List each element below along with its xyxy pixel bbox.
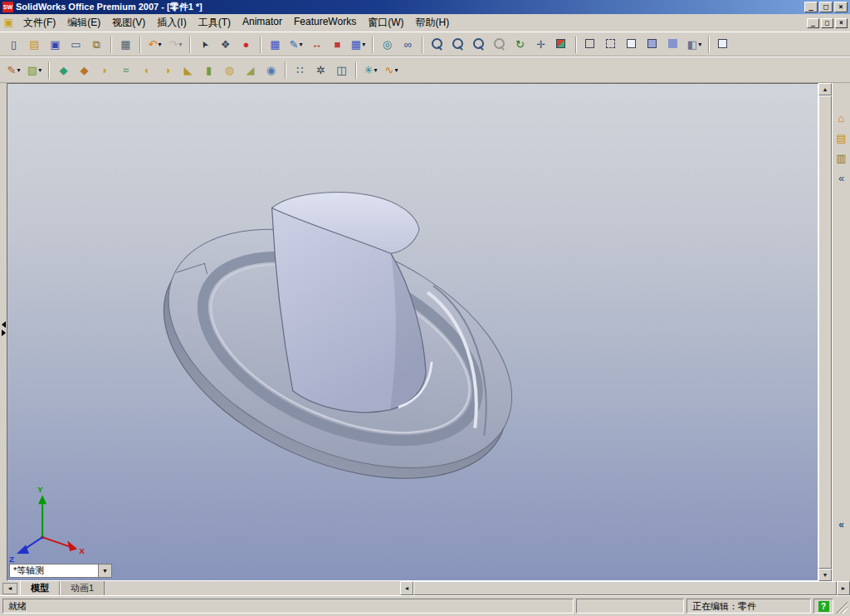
separator[interactable] xyxy=(372,37,374,53)
menu-animator[interactable]: Animator xyxy=(237,14,288,32)
mdi-restore-button[interactable]: □ xyxy=(821,18,833,28)
minimize-button[interactable]: _ xyxy=(804,2,818,12)
menu-help[interactable]: 帮助(H) xyxy=(409,14,455,32)
vertical-scrollbar[interactable]: ▲ ▼ xyxy=(818,83,832,581)
curves-icon[interactable]: ∿ ▾ xyxy=(382,61,401,79)
menu-file[interactable]: 文件(F) xyxy=(17,14,61,32)
tab-model[interactable]: 模型 xyxy=(20,581,60,595)
draft-icon[interactable]: ◢ xyxy=(241,61,260,79)
extruded-boss-base-icon[interactable]: ◆ xyxy=(54,61,73,79)
extruded-cut-icon[interactable]: ◆ xyxy=(75,61,94,79)
rib-icon[interactable]: ▮ xyxy=(199,61,218,79)
sketch-grid-icon[interactable]: ▦ xyxy=(266,36,285,53)
revolved-boss-base-icon[interactable]: ◗ xyxy=(95,61,115,79)
standard-views-icon[interactable]: ▾ xyxy=(552,36,571,53)
mirror-icon[interactable]: ◫ xyxy=(332,61,351,79)
sketch-tools-icon[interactable]: ✎ ▾ xyxy=(4,61,23,79)
fillet-icon[interactable]: ◑ xyxy=(158,61,177,79)
make-assembly-from-part-icon[interactable]: ⧉ xyxy=(87,36,106,53)
solidworks-resources-icon[interactable]: ⌂ xyxy=(833,110,850,126)
zoom-to-area-icon[interactable] xyxy=(448,36,467,53)
linear-pattern-icon[interactable]: ∷ xyxy=(291,61,310,79)
hidden-lines-removed-icon[interactable] xyxy=(623,36,642,53)
lofted-boss-base-icon[interactable]: ◖ xyxy=(137,61,156,79)
separator[interactable] xyxy=(285,62,286,79)
horizontal-scroll-track[interactable] xyxy=(413,581,837,595)
separator[interactable] xyxy=(575,37,577,53)
separator[interactable] xyxy=(708,37,710,53)
menu-window[interactable]: 窗口(W) xyxy=(362,14,409,32)
grid-snap-icon[interactable]: ▦ ▾ xyxy=(349,36,368,53)
horizontal-scrollbar[interactable]: ◄ ► xyxy=(400,581,850,595)
restore-button[interactable]: □ xyxy=(819,2,833,12)
select-other-icon[interactable]: ◎ xyxy=(378,36,397,53)
zoom-in-out-icon[interactable] xyxy=(469,36,488,53)
hole-wizard-icon[interactable]: ◉ xyxy=(261,61,281,79)
view-orientation-icon[interactable] xyxy=(714,36,733,53)
redo-icon[interactable]: ↷ ▾ xyxy=(166,36,185,53)
horizontal-scroll-thumb[interactable] xyxy=(413,581,837,595)
select-cursor-icon[interactable]: ➤ xyxy=(195,36,214,53)
menu-tools[interactable]: 工具(T) xyxy=(193,14,237,32)
scroll-up-button[interactable]: ▲ xyxy=(818,83,832,95)
scroll-left-button[interactable]: ◄ xyxy=(400,581,413,595)
tab-scroll-button[interactable]: ◄ xyxy=(2,583,17,594)
appearance-tools-icon[interactable]: ▧ ▾ xyxy=(25,61,44,79)
design-library-icon[interactable]: ▤ xyxy=(833,130,850,146)
swept-boss-base-icon[interactable]: ≈ xyxy=(116,61,135,79)
menu-featureworks[interactable]: FeatureWorks xyxy=(288,14,362,32)
photoworks-render-icon[interactable]: ■ xyxy=(328,36,347,53)
open-folder-icon[interactable]: ▤ xyxy=(25,36,44,53)
view-orientation-dropdown-button[interactable]: ▼ xyxy=(98,565,111,577)
chamfer-icon[interactable]: ◣ xyxy=(178,61,198,79)
quick-tips-toggle[interactable]: ? xyxy=(813,599,833,614)
wireframe-icon[interactable] xyxy=(581,36,600,53)
selection-filter-icon[interactable]: ❖ xyxy=(216,36,235,53)
model-canvas[interactable]: Y X Z xyxy=(7,84,818,580)
resize-grip[interactable] xyxy=(836,599,848,614)
separator[interactable] xyxy=(355,62,357,79)
section-view-icon[interactable]: ◧ ▾ xyxy=(685,36,704,53)
hidden-lines-visible-icon[interactable] xyxy=(602,36,621,53)
zoom-to-selection-icon[interactable] xyxy=(490,36,509,53)
pane-splitter-handle[interactable] xyxy=(0,320,7,337)
collapse-taskpane-icon[interactable]: « xyxy=(833,169,850,186)
zoom-to-fit-icon[interactable] xyxy=(427,36,447,53)
shaded-icon[interactable] xyxy=(664,36,683,53)
view-orientation-selector[interactable]: *等轴测 ▼ xyxy=(9,564,112,578)
scroll-right-button[interactable]: ► xyxy=(837,581,850,595)
print-icon[interactable]: ▦ xyxy=(116,36,135,53)
smart-dimension-icon[interactable]: ↔ xyxy=(307,36,326,53)
separator[interactable] xyxy=(48,62,50,79)
mdi-close-button[interactable]: × xyxy=(835,18,848,28)
menu-insert[interactable]: 插入(I) xyxy=(151,14,192,32)
hide-show-items-icon[interactable]: ∞ xyxy=(398,36,418,53)
file-explorer-icon[interactable]: ▥ xyxy=(833,149,850,166)
rebuild-icon[interactable]: ● xyxy=(237,36,256,53)
tab-motion-study[interactable]: 动画1 xyxy=(60,581,105,595)
separator[interactable] xyxy=(139,37,141,53)
menu-edit[interactable]: 编辑(E) xyxy=(61,14,106,32)
shell-icon[interactable]: ◍ xyxy=(220,61,239,79)
separator[interactable] xyxy=(189,37,191,53)
save-icon[interactable]: ▣ xyxy=(46,36,65,53)
menu-view[interactable]: 视图(V) xyxy=(106,14,151,32)
separator[interactable] xyxy=(260,37,261,53)
pan-icon[interactable]: ✛ xyxy=(531,36,550,53)
vertical-scroll-track[interactable] xyxy=(818,95,832,569)
model-part[interactable] xyxy=(127,181,549,526)
circular-pattern-icon[interactable]: ✲ xyxy=(311,61,330,79)
separator[interactable] xyxy=(422,37,423,53)
close-button[interactable]: × xyxy=(834,2,848,12)
rotate-view-icon[interactable]: ↻ xyxy=(510,36,530,53)
graphics-viewport[interactable]: Y X Z *等轴测 ▼ xyxy=(7,83,818,581)
mdi-minimize-button[interactable]: _ xyxy=(807,18,819,28)
quick-tips-icon[interactable]: ? xyxy=(818,601,829,612)
reference-geometry-icon[interactable]: ✳ ▾ xyxy=(361,61,380,79)
new-document-icon[interactable]: ▯ xyxy=(4,36,23,53)
shaded-with-edges-icon[interactable] xyxy=(643,36,662,53)
vertical-scroll-thumb[interactable] xyxy=(818,95,832,569)
separator[interactable] xyxy=(110,37,112,53)
sketch-entities-icon[interactable]: ✎ ▾ xyxy=(286,36,305,53)
collapse-panel-icon[interactable]: « xyxy=(833,516,850,533)
